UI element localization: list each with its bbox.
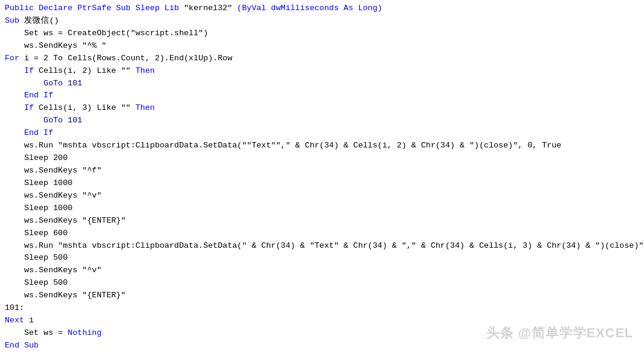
code-line-16: ws.SendKeys "^v": [5, 190, 639, 202]
code-line-6: If Cells(i, 2) Like "" Then: [5, 65, 639, 78]
code-line-21: Sleep 500: [5, 252, 639, 264]
watermark: 头条 @简单学学EXCEL: [486, 323, 633, 343]
code-container: Public Declare PtrSafe Sub Sleep Lib "ke…: [0, 0, 644, 354]
code-line-14: ws.SendKeys "^f": [5, 165, 639, 177]
code-line-17: Sleep 1000: [5, 202, 639, 215]
code-line-8: End If: [5, 90, 639, 102]
code-line-11: End If: [5, 127, 639, 140]
code-line-24: ws.SendKeys "{ENTER}": [5, 290, 639, 302]
code-line-25: 101:: [5, 302, 639, 315]
code-line-9: If Cells(i, 3) Like "" Then: [5, 102, 639, 115]
code-line-15: Sleep 1000: [5, 177, 639, 190]
code-line-20: ws.Run "mshta vbscript:ClipboardData.Set…: [5, 240, 639, 253]
code-line-5: For i = 2 To Cells(Rows.Count, 2).End(xl…: [5, 53, 639, 65]
code-line-3: Set ws = CreateObject("wscript.shell"): [5, 27, 639, 40]
code-line-1: Public Declare PtrSafe Sub Sleep Lib "ke…: [5, 2, 639, 15]
code-line-4: ws.SendKeys "^% ": [5, 40, 639, 53]
code-block: Public Declare PtrSafe Sub Sleep Lib "ke…: [5, 2, 639, 352]
code-line-13: Sleep 200: [5, 152, 639, 165]
code-line-22: ws.SendKeys "^v": [5, 264, 639, 277]
code-line-2: Sub 发微信(): [5, 15, 639, 27]
code-line-23: Sleep 500: [5, 277, 639, 290]
code-line-10: GoTo 101: [5, 115, 639, 127]
code-line-19: Sleep 600: [5, 227, 639, 240]
code-line-18: ws.SendKeys "{ENTER}": [5, 215, 639, 227]
code-line-7: GoTo 101: [5, 78, 639, 90]
code-line-12: ws.Run "mshta vbscript:ClipboardData.Set…: [5, 140, 639, 152]
